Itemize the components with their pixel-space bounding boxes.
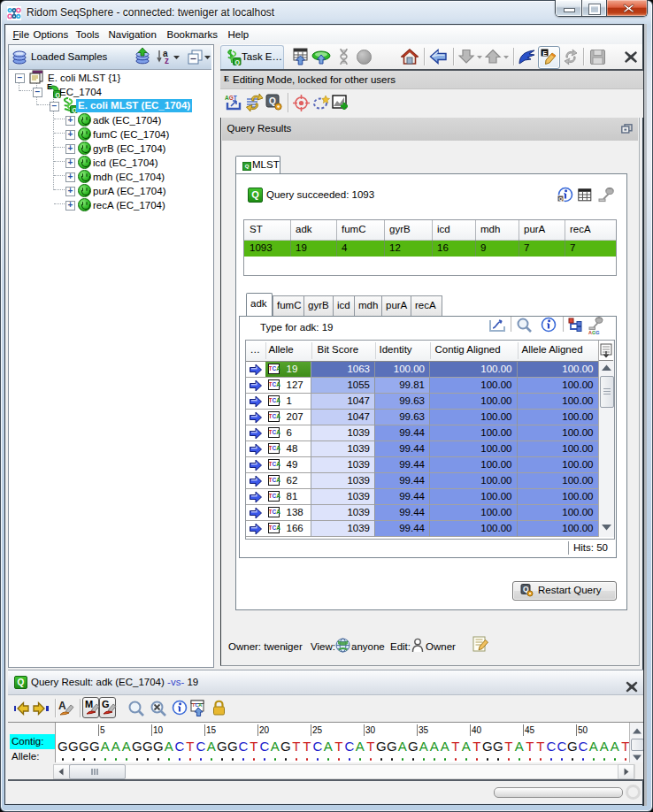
svg-text:E: E bbox=[542, 50, 547, 57]
svg-text:Q: Q bbox=[559, 196, 564, 202]
svg-text:Q: Q bbox=[269, 96, 276, 106]
svg-text:AGG: AGG bbox=[588, 330, 600, 335]
svg-text:AGT: AGT bbox=[225, 95, 237, 101]
svg-text:TCA: TCA bbox=[192, 702, 202, 708]
svg-text:Q: Q bbox=[235, 59, 241, 66]
svg-text:z: z bbox=[165, 56, 169, 65]
svg-text:A: A bbox=[58, 700, 66, 712]
